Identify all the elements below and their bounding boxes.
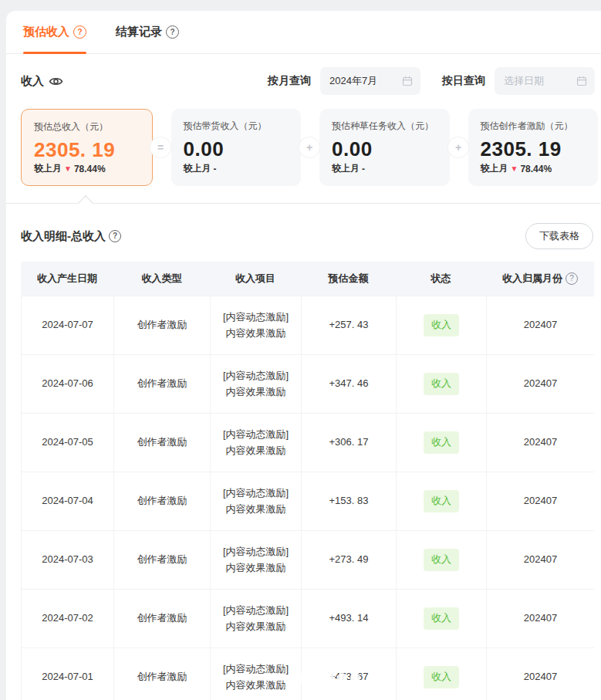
cell-amount: +306. 17 [301, 414, 396, 472]
card-creator-incentive[interactable]: 预估创作者激励（元） 2305. 19 较上月 ▼ 78.44% [468, 109, 599, 186]
cell-project: [内容动态激励] 内容效果激励 [210, 296, 301, 354]
tab-label: 预估收入 [23, 25, 69, 39]
help-icon[interactable]: ? [166, 25, 179, 39]
cell-project: [内容动态激励] 内容效果激励 [210, 590, 301, 648]
cell-month: 202407 [486, 472, 594, 530]
card-value: 2305. 19 [481, 137, 586, 161]
cell-month: 202407 [486, 590, 594, 648]
cell-date: 2024-07-04 [21, 472, 113, 530]
watermark-dots [298, 673, 360, 683]
tab-estimated-income[interactable]: 预估收入 ? [23, 11, 86, 53]
help-icon[interactable]: ? [566, 272, 578, 285]
cell-date: 2024-07-05 [21, 414, 113, 472]
table-row: 2024-07-04 创作者激励 [内容动态激励] 内容效果激励 +153. 8… [21, 472, 594, 531]
main-panel: 预估收入 ? 结算记录 ? 收入 按 [6, 11, 601, 700]
cell-type: 创作者激励 [113, 414, 210, 472]
month-picker-input[interactable]: 2024年7月 [320, 67, 420, 95]
cell-status: 收入 [396, 355, 486, 413]
cell-date: 2024-07-01 [21, 648, 113, 700]
change-value: - [362, 164, 365, 174]
card-title: 预估种草任务收入（元） [332, 120, 437, 133]
card-title: 预估总收入（元） [34, 120, 140, 134]
cell-project: [内容动态激励] 内容效果激励 [210, 414, 301, 472]
status-badge: 收入 [424, 607, 459, 629]
income-header-row: 收入 按月查询 2024年7月 [21, 66, 595, 96]
download-table-button[interactable]: 下载表格 [525, 223, 593, 249]
income-title: 收入 [21, 74, 63, 89]
cell-status: 收入 [396, 414, 486, 472]
cell-month: 202407 [486, 414, 594, 472]
change-value: - [214, 164, 217, 174]
tab-settlement-records[interactable]: 结算记录 ? [116, 11, 179, 53]
cell-amount: +273. 49 [301, 531, 396, 589]
card-value: 2305. 19 [34, 138, 140, 162]
income-table: 收入产生日期 收入类型 收入项目 预估金额 状态 收入归属月份 ? 2024-0… [21, 262, 594, 700]
status-badge: 收入 [424, 549, 459, 570]
cell-status: 收入 [396, 472, 486, 530]
change-value: 78.44% [520, 164, 552, 174]
cell-type: 创作者激励 [113, 648, 210, 700]
card-total-income[interactable]: 预估总收入（元） 2305. 19 较上月 ▼ 78.44% [21, 109, 153, 186]
table-header-row: 收入产生日期 收入类型 收入项目 预估金额 状态 收入归属月份 ? [21, 262, 594, 296]
card-footer: 较上月 - [184, 162, 289, 175]
plus-operator-icon: + [448, 137, 468, 157]
col-header-month: 收入归属月份 ? [486, 262, 594, 296]
cell-project: [内容动态激励] 内容效果激励 [210, 648, 301, 700]
cell-date: 2024-07-02 [21, 590, 113, 648]
cell-amount: +347. 46 [301, 355, 396, 413]
cell-date: 2024-07-03 [21, 531, 113, 589]
status-badge: 收入 [424, 373, 459, 394]
cell-amount: +153. 83 [301, 472, 396, 530]
down-arrow-icon: ▼ [64, 165, 72, 173]
month-picker-value: 2024年7月 [329, 74, 377, 88]
eye-icon[interactable] [49, 74, 63, 89]
cell-status: 收入 [396, 531, 486, 589]
tab-label: 结算记录 [116, 25, 162, 39]
cell-status: 收入 [396, 590, 486, 648]
cell-type: 创作者激励 [113, 590, 210, 648]
table-row: 2024-07-07 创作者激励 [内容动态激励] 内容效果激励 +257. 4… [21, 296, 594, 355]
cell-amount: +493. 14 [301, 590, 396, 648]
cell-amount: +257. 43 [301, 296, 396, 354]
stat-cards-row: 预估总收入（元） 2305. 19 较上月 ▼ 78.44% 预估带货收入（元）… [21, 109, 598, 186]
card-title: 预估带货收入（元） [184, 120, 289, 133]
cell-project: [内容动态激励] 内容效果激励 [210, 531, 301, 589]
change-value: 78.44% [74, 164, 106, 174]
card-footer: 较上月 ▼ 78.44% [34, 162, 140, 175]
card-goods-income[interactable]: 预估带货收入（元） 0.00 较上月 - [171, 109, 302, 186]
plus-operator-icon: + [299, 137, 319, 157]
detail-section-title: 收入明细-总收入 ? [21, 229, 121, 244]
status-badge: 收入 [424, 490, 459, 512]
cell-type: 创作者激励 [113, 531, 210, 589]
tab-bar: 预估收入 ? 结算记录 ? [6, 11, 601, 54]
help-icon[interactable]: ? [109, 230, 121, 242]
day-picker-placeholder: 选择日期 [504, 74, 544, 88]
date-queries: 按月查询 2024年7月 按日查询 选择日期 [268, 67, 595, 95]
table-body: 2024-07-07 创作者激励 [内容动态激励] 内容效果激励 +257. 4… [21, 296, 594, 700]
cell-month: 202407 [486, 648, 594, 700]
cell-type: 创作者激励 [113, 355, 210, 413]
active-tab-underline [23, 52, 86, 54]
card-value: 0.00 [332, 137, 437, 161]
card-seeding-task-income[interactable]: 预估种草任务收入（元） 0.00 较上月 - [319, 109, 450, 186]
table-row: 2024-07-03 创作者激励 [内容动态激励] 内容效果激励 +273. 4… [21, 531, 594, 590]
card-footer: 较上月 - [332, 162, 437, 175]
day-picker-input[interactable]: 选择日期 [495, 67, 595, 95]
status-badge: 收入 [424, 666, 459, 688]
card-footer: 较上月 ▼ 78.44% [481, 162, 586, 175]
help-icon[interactable]: ? [73, 25, 86, 39]
section-divider [6, 203, 601, 204]
month-query-label: 按月查询 [268, 74, 311, 88]
calendar-icon [576, 76, 587, 86]
table-row: 2024-07-02 创作者激励 [内容动态激励] 内容效果激励 +493. 1… [21, 590, 594, 648]
status-badge: 收入 [424, 431, 459, 453]
day-query-label: 按日查询 [442, 74, 485, 88]
detail-section-header: 收入明细-总收入 ? 下载表格 [21, 223, 593, 249]
table-row: 2024-07-05 创作者激励 [内容动态激励] 内容效果激励 +306. 1… [21, 414, 594, 472]
equals-operator-icon: = [150, 137, 171, 157]
calendar-icon [402, 76, 413, 86]
cell-status: 收入 [396, 648, 486, 700]
col-header-type: 收入类型 [113, 262, 210, 296]
cell-project: [内容动态激励] 内容效果激励 [210, 355, 301, 413]
cell-type: 创作者激励 [113, 296, 210, 354]
